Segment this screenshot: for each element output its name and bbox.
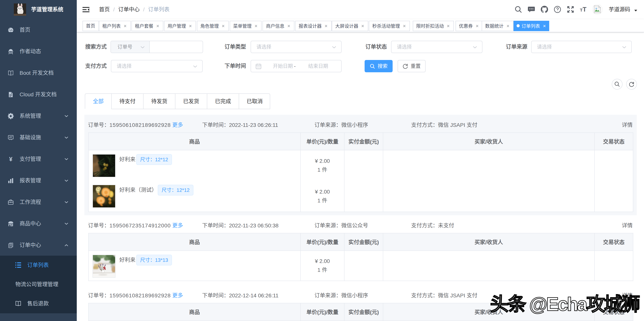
- svg-text:¥: ¥: [9, 156, 12, 162]
- svg-text:T: T: [582, 6, 586, 13]
- svg-text:T: T: [580, 8, 582, 13]
